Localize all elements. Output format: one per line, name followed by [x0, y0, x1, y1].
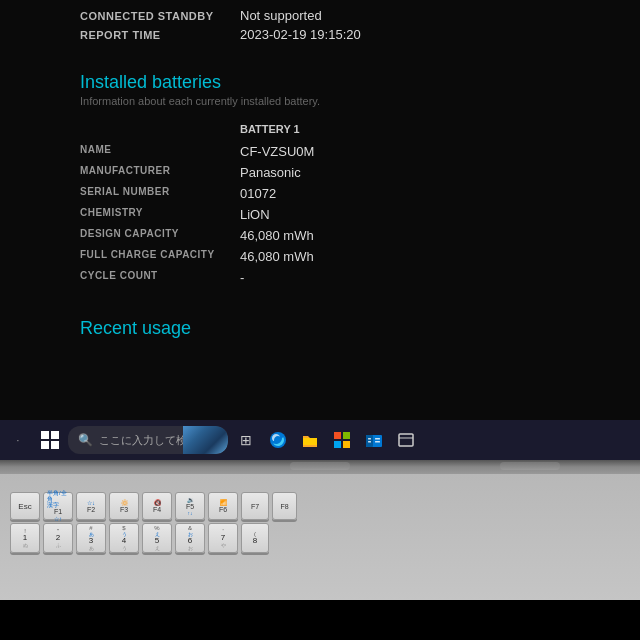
- key-f3[interactable]: 🔆 F3: [109, 492, 139, 520]
- key-f8[interactable]: F8: [272, 492, 297, 520]
- battery-label-serial: SERIAL NUMBER: [80, 186, 240, 197]
- svg-rect-9: [375, 438, 380, 440]
- folder-icon-svg: [301, 431, 319, 449]
- search-box[interactable]: 🔍 ここに入力して検索: [68, 426, 228, 454]
- laptop-body: Esc 半角/全角漢字 F1 ☆↑ ☆↓ F2 🔆 F3 🔇 F4: [0, 474, 640, 600]
- win-logo-icon: [41, 431, 59, 449]
- svg-rect-8: [368, 441, 371, 443]
- installed-batteries-title: Installed batteries: [80, 72, 560, 93]
- battery-table: BATTERY 1 NAME CF-VZSU0M MANUFACTURER Pa…: [80, 123, 560, 288]
- key-1[interactable]: ! 1 ぬ: [10, 523, 40, 553]
- hinge-right: [500, 462, 560, 470]
- battery-row-manufacturer: MANUFACTURER Panasonic: [80, 162, 560, 183]
- keyboard-area: Esc 半角/全角漢字 F1 ☆↑ ☆↓ F2 🔆 F3 🔇 F4: [0, 474, 640, 600]
- battery-value-manufacturer: Panasonic: [240, 165, 301, 180]
- battery-label-cycle-count: CYCLE COUNT: [80, 270, 240, 281]
- connected-standby-value: Not supported: [240, 8, 322, 23]
- battery-label-design-capacity: DESIGN CAPACITY: [80, 228, 240, 239]
- edge-browser-icon[interactable]: [264, 426, 292, 454]
- battery-row-serial: SERIAL NUMBER 01072: [80, 183, 560, 204]
- search-icon: 🔍: [78, 433, 93, 447]
- screen-bezel-bottom: [0, 460, 640, 474]
- battery-row-chemistry: CHEMISTRY LiON: [80, 204, 560, 225]
- battery-row-design-capacity: DESIGN CAPACITY 46,080 mWh: [80, 225, 560, 246]
- taskbar-start-dot[interactable]: ·: [4, 426, 32, 454]
- battery-label-name: NAME: [80, 144, 240, 155]
- battery-row-name: NAME CF-VZSU0M: [80, 141, 560, 162]
- svg-rect-1: [334, 432, 341, 439]
- report-time-label: REPORT TIME: [80, 27, 240, 41]
- battery-value-cycle-count: -: [240, 270, 244, 285]
- battery-section: Installed batteries Information about ea…: [0, 72, 640, 339]
- key-f1[interactable]: 半角/全角漢字 F1 ☆↑: [43, 492, 73, 520]
- folder-icon[interactable]: [296, 426, 324, 454]
- recent-usage-section: Recent usage: [80, 318, 560, 339]
- top-info-section: CONNECTED STANDBY Not supported REPORT T…: [0, 0, 640, 42]
- task-view-icon[interactable]: ⊞: [232, 426, 260, 454]
- svg-rect-2: [343, 432, 350, 439]
- report-time-value: 2023-02-19 19:15:20: [240, 27, 361, 42]
- number-key-row: ! 1 ぬ " 2 ふ # あ 3 あ $ う 4 う: [10, 523, 630, 553]
- battery-label-chemistry: CHEMISTRY: [80, 207, 240, 218]
- battery-value-full-charge: 46,080 mWh: [240, 249, 314, 264]
- installed-batteries-subtitle: Information about each currently install…: [80, 95, 560, 107]
- key-f2[interactable]: ☆↓ F2: [76, 492, 106, 520]
- key-6[interactable]: & お 6 お: [175, 523, 205, 553]
- battery-value-design-capacity: 46,080 mWh: [240, 228, 314, 243]
- explorer-icon[interactable]: [360, 426, 388, 454]
- svg-rect-7: [368, 438, 371, 440]
- connected-standby-label: CONNECTED STANDBY: [80, 8, 240, 22]
- search-fish-decoration: [183, 426, 228, 454]
- store-icon-svg: [333, 431, 351, 449]
- key-f7[interactable]: F7: [241, 492, 269, 520]
- key-4[interactable]: $ う 4 う: [109, 523, 139, 553]
- battery-label-full-charge: FULL CHARGE CAPACITY: [80, 249, 240, 260]
- key-2[interactable]: " 2 ふ: [43, 523, 73, 553]
- hinge-left: [290, 462, 350, 470]
- key-5[interactable]: % え 5 え: [142, 523, 172, 553]
- battery-row-cycle-count: CYCLE COUNT -: [80, 267, 560, 288]
- svg-rect-10: [375, 441, 380, 443]
- svg-rect-11: [399, 434, 413, 446]
- taskbar: · 🔍 ここに入力して検索 ⊞: [0, 420, 640, 460]
- explorer-icon-svg: [365, 431, 383, 449]
- report-time-row: REPORT TIME 2023-02-19 19:15:20: [80, 27, 560, 42]
- battery-value-chemistry: LiON: [240, 207, 270, 222]
- key-3[interactable]: # あ 3 あ: [76, 523, 106, 553]
- battery-label-manufacturer: MANUFACTURER: [80, 165, 240, 176]
- key-f4[interactable]: 🔇 F4: [142, 492, 172, 520]
- window-icon[interactable]: [392, 426, 420, 454]
- window-icon-svg: [397, 431, 415, 449]
- section-header: Installed batteries Information about ea…: [80, 72, 560, 107]
- battery-row-full-charge: FULL CHARGE CAPACITY 46,080 mWh: [80, 246, 560, 267]
- connected-standby-row: CONNECTED STANDBY Not supported: [80, 8, 560, 23]
- svg-rect-3: [334, 441, 341, 448]
- key-8[interactable]: ( 8: [241, 523, 269, 553]
- key-f5[interactable]: 🔉 F5 ↑↓: [175, 492, 205, 520]
- function-key-row: Esc 半角/全角漢字 F1 ☆↑ ☆↓ F2 🔆 F3 🔇 F4: [10, 492, 630, 520]
- screen: CONNECTED STANDBY Not supported REPORT T…: [0, 0, 640, 460]
- battery-value-serial: 01072: [240, 186, 276, 201]
- svg-rect-4: [343, 441, 350, 448]
- key-f6[interactable]: 📶 F6: [208, 492, 238, 520]
- key-7[interactable]: ' 7 や: [208, 523, 238, 553]
- store-icon[interactable]: [328, 426, 356, 454]
- key-esc[interactable]: Esc: [10, 492, 40, 520]
- battery-value-name: CF-VZSU0M: [240, 144, 314, 159]
- recent-usage-title: Recent usage: [80, 318, 560, 339]
- edge-icon-svg: [269, 431, 287, 449]
- windows-icon[interactable]: [36, 426, 64, 454]
- battery-column-header: BATTERY 1: [80, 123, 560, 141]
